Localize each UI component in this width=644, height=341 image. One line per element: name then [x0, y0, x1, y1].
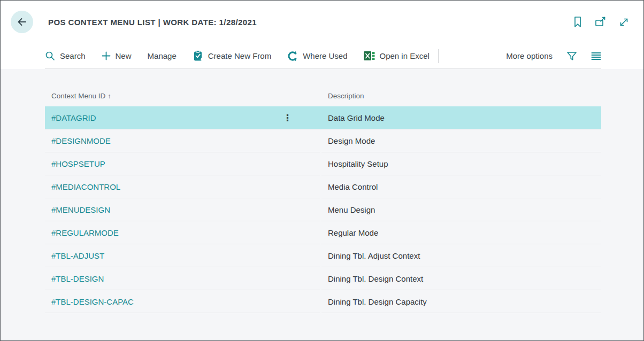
- table-row[interactable]: #DESIGNMODE Design Mode: [45, 129, 601, 152]
- context-menu-id-link[interactable]: #TBL-DESIGN-CAPAC: [51, 297, 134, 306]
- more-options-button[interactable]: More options: [506, 48, 553, 64]
- context-menu-id-cell: #TBL-DESIGN-CAPAC: [45, 290, 320, 313]
- context-menu-id-cell: #TBL-DESIGN: [45, 267, 320, 290]
- action-bar: Search New Manage: [45, 43, 601, 69]
- manage-button[interactable]: Manage: [148, 48, 177, 64]
- new-label: New: [116, 51, 132, 60]
- context-menu-id-link[interactable]: #TBL-ADJUST: [51, 251, 104, 260]
- column-header-description[interactable]: Description: [321, 92, 601, 100]
- row-ellipsis-icon[interactable]: ⋮: [283, 113, 292, 122]
- new-button[interactable]: New: [102, 48, 132, 64]
- context-menu-id-link[interactable]: #DESIGNMODE: [51, 136, 111, 145]
- search-label: Search: [60, 51, 86, 60]
- description-cell: Design Mode: [321, 129, 601, 152]
- more-options-label: More options: [506, 51, 553, 60]
- description-cell: Dining Tbl. Adjust Context: [321, 244, 601, 267]
- list-lines-icon: [591, 52, 601, 60]
- toolbar-divider: [438, 49, 439, 63]
- description-header-label: Description: [328, 92, 364, 100]
- search-button[interactable]: Search: [45, 48, 86, 64]
- table-row[interactable]: #TBL-DESIGN-CAPAC Dining Tbl. Design Cap…: [45, 290, 601, 313]
- back-arrow-icon: [16, 15, 28, 28]
- bookmark-button[interactable]: [572, 16, 584, 28]
- context-menu-id-cell: #REGULARMODE: [45, 221, 320, 244]
- app-window: POS CONTEXT MENU LIST | WORK DATE: 1/28/…: [0, 0, 644, 341]
- context-menu-id-cell: #DATAGRID ⋮: [45, 106, 320, 129]
- description-cell: Data Grid Mode: [321, 106, 601, 129]
- where-used-button[interactable]: Where Used: [287, 48, 347, 65]
- table-row[interactable]: #DATAGRID ⋮ Data Grid Mode: [45, 106, 601, 129]
- table-row[interactable]: #TBL-ADJUST Dining Tbl. Adjust Context: [45, 244, 601, 267]
- toolbar-right-group: More options: [506, 48, 601, 65]
- plus-icon: [102, 51, 111, 60]
- clipboard-check-icon: [193, 50, 203, 61]
- description-cell: Hospitality Setup: [321, 152, 601, 175]
- filter-button[interactable]: [566, 48, 577, 65]
- description-cell: Menu Design: [321, 198, 601, 221]
- sort-ascending-icon: ↑: [108, 92, 111, 100]
- context-menu-id-link[interactable]: #REGULARMODE: [51, 228, 119, 237]
- create-new-from-label: Create New From: [208, 51, 271, 60]
- excel-icon: [364, 51, 375, 61]
- back-button[interactable]: [11, 11, 33, 33]
- open-in-excel-button[interactable]: Open in Excel: [364, 48, 430, 64]
- context-menu-id-cell: #DESIGNMODE: [45, 129, 320, 152]
- bookmark-icon: [572, 16, 583, 28]
- context-menu-id-cell: #TBL-ADJUST: [45, 244, 320, 267]
- context-menu-id-header-label: Context Menu ID: [51, 92, 105, 100]
- expand-button[interactable]: [618, 16, 630, 28]
- context-menu-id-link[interactable]: #HOSPSETUP: [51, 159, 105, 168]
- description-cell: Dining Tbl. Design Context: [321, 267, 601, 290]
- table-row[interactable]: #HOSPSETUP Hospitality Setup: [45, 152, 601, 175]
- search-icon: [45, 51, 55, 61]
- description-cell: Media Control: [321, 175, 601, 198]
- page-title: POS CONTEXT MENU LIST | WORK DATE: 1/28/…: [48, 18, 257, 27]
- column-header-context-menu-id[interactable]: Context Menu ID ↑: [45, 92, 320, 100]
- expand-icon: [618, 17, 630, 28]
- table-row[interactable]: #MENUDESIGN Menu Design: [45, 198, 601, 221]
- open-in-new-window-icon: [595, 17, 607, 27]
- list-content-area: Context Menu ID ↑ Description #DATAGRID …: [1, 69, 643, 340]
- table-row[interactable]: #MEDIACONTROL Media Control: [45, 175, 601, 198]
- filter-funnel-icon: [566, 51, 577, 61]
- context-menu-id-link[interactable]: #MEDIACONTROL: [51, 182, 120, 191]
- table-row[interactable]: #TBL-DESIGN Dining Tbl. Design Context: [45, 267, 601, 290]
- context-menu-id-cell: #MENUDESIGN: [45, 198, 320, 221]
- where-used-icon: [287, 51, 298, 61]
- context-menu-list: Context Menu ID ↑ Description #DATAGRID …: [45, 69, 601, 313]
- context-menu-id-cell: #HOSPSETUP: [45, 152, 320, 175]
- topbar-action-icons: [572, 16, 630, 28]
- description-cell: Dining Tbl. Design Capacity: [321, 290, 601, 313]
- open-in-excel-label: Open in Excel: [380, 51, 430, 60]
- table-row[interactable]: #REGULARMODE Regular Mode: [45, 221, 601, 244]
- where-used-label: Where Used: [303, 51, 347, 60]
- open-in-new-window-button[interactable]: [595, 16, 607, 28]
- context-menu-id-link[interactable]: #TBL-DESIGN: [51, 274, 104, 283]
- column-header-row: Context Menu ID ↑ Description: [45, 69, 601, 106]
- context-menu-id-link[interactable]: #DATAGRID: [51, 113, 96, 122]
- list-view-button[interactable]: [591, 49, 601, 64]
- description-cell: Regular Mode: [321, 221, 601, 244]
- context-menu-id-link[interactable]: #MENUDESIGN: [51, 205, 110, 214]
- manage-label: Manage: [148, 51, 177, 60]
- context-menu-id-cell: #MEDIACONTROL: [45, 175, 320, 198]
- top-header-bar: POS CONTEXT MENU LIST | WORK DATE: 1/28/…: [1, 1, 643, 43]
- create-new-from-button[interactable]: Create New From: [193, 47, 271, 65]
